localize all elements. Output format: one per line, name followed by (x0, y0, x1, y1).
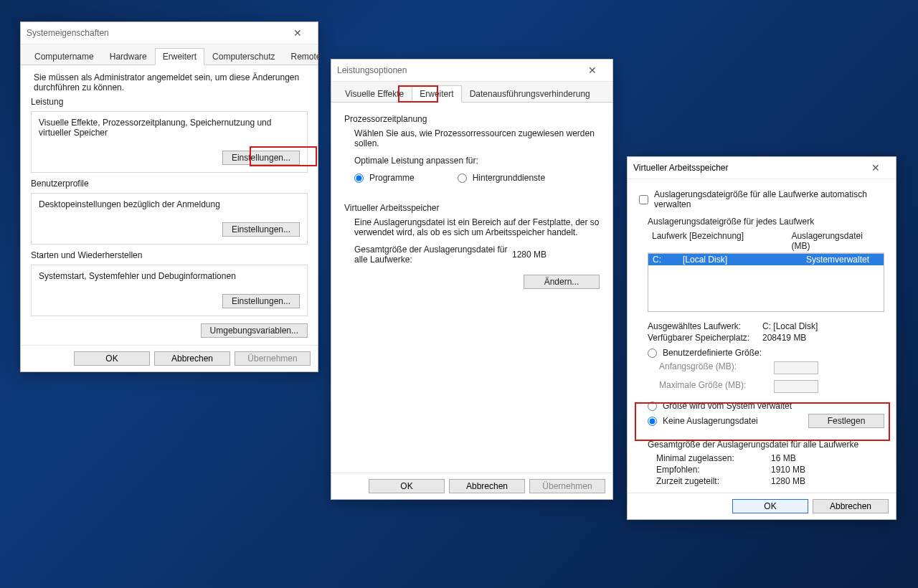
benutzerprofile-title: Benutzerprofile (31, 179, 308, 189)
cancel-button[interactable]: Abbrechen (154, 351, 230, 366)
leistung-group: Visuelle Effekte, Prozessorzeitplanung, … (31, 111, 308, 173)
close-icon[interactable]: ✕ (283, 22, 312, 44)
min-allowed-value: 16 MB (771, 453, 796, 463)
tab-computerschutz[interactable]: Computerschutz (204, 48, 283, 65)
starten-title: Starten und Wiederherstellen (31, 250, 308, 260)
max-size-input[interactable] (774, 380, 818, 393)
auto-manage-checkbox[interactable]: Auslagerungsdateigröße für alle Laufwerk… (639, 189, 884, 209)
tab-visuelle-effekte[interactable]: Visuelle Effekte (337, 85, 412, 102)
cancel-button[interactable]: Abbrechen (813, 499, 889, 513)
selected-drive-label: Ausgewähltes Laufwerk: (648, 321, 762, 331)
proc-desc: Wählen Sie aus, wie Prozessorressourcen … (354, 128, 600, 148)
apply-button[interactable]: Übernehmen (235, 351, 311, 366)
window-title: Leistungsoptionen (337, 60, 407, 81)
radio-custom-input[interactable] (648, 348, 657, 358)
vm-desc: Eine Auslagerungsdatei ist ein Bereich a… (354, 217, 600, 237)
radio-programme[interactable]: Programme (354, 173, 415, 183)
benutzerprofile-group: Desktopeinstellungen bezüglich der Anmel… (31, 193, 308, 245)
ok-button[interactable]: OK (74, 351, 150, 366)
vm-title: Virtueller Arbeitsspeicher (344, 203, 600, 213)
tab-dep[interactable]: Datenausführungsverhinderung (462, 85, 598, 102)
totals-title: Gesamtgröße der Auslagerungsdatei für al… (648, 440, 884, 450)
radio-custom-size[interactable]: Benutzerdefinierte Größe: (648, 348, 884, 358)
tab-remote[interactable]: Remote (283, 48, 328, 65)
window-title: Virtueller Arbeitsspeicher (633, 157, 729, 179)
window-title: Systemeigenschaften (27, 22, 109, 44)
admin-note: Sie müssen als Administrator angemeldet … (34, 72, 308, 93)
recommended-label: Empfohlen: (656, 465, 771, 475)
min-allowed-label: Minimal zugelassen: (656, 453, 771, 463)
drive-row-c[interactable]: C: [Local Disk] Systemverwaltet (648, 254, 884, 265)
titlebar: Virtueller Arbeitsspeicher ✕ (628, 157, 896, 179)
current-value: 1280 MB (771, 476, 805, 486)
free-space-value: 208419 MB (762, 333, 806, 343)
radio-sysmgd-input[interactable] (648, 402, 657, 411)
benutzerprofile-desc: Desktopeinstellungen bezüglich der Anmel… (39, 199, 300, 209)
leistung-title: Leistung (31, 97, 308, 107)
recommended-value: 1910 MB (771, 465, 805, 475)
tabs: Visuelle Effekte Erweitert Datenausführu… (331, 82, 612, 103)
tabs: Computername Hardware Erweitert Computer… (21, 44, 318, 65)
radio-no-pagefile[interactable]: Keine Auslagerungsdatei (648, 416, 758, 426)
radio-hintergrund-input[interactable] (458, 174, 467, 183)
vm-change-button[interactable]: Ändern... (524, 275, 600, 289)
starten-settings-button[interactable]: Einstellungen... (222, 294, 300, 308)
set-button[interactable]: Festlegen (808, 414, 884, 428)
ok-button[interactable]: OK (732, 499, 808, 513)
initial-size-input[interactable] (774, 361, 818, 374)
leistung-desc: Visuelle Effekte, Prozessorzeitplanung, … (39, 118, 300, 138)
radio-programme-input[interactable] (354, 174, 364, 183)
per-drive-label: Auslagerungsdateigröße für jedes Laufwer… (648, 217, 884, 227)
leistung-settings-button[interactable]: Einstellungen... (222, 151, 300, 165)
current-label: Zurzeit zugeteilt: (656, 476, 771, 486)
radio-hintergrund[interactable]: Hintergrunddienste (458, 173, 545, 183)
drive-list-header: Laufwerk [Bezeichnung] Auslagerungsdatei… (648, 229, 884, 253)
benutzerprofile-settings-button[interactable]: Einstellungen... (222, 222, 300, 237)
tab-computername[interactable]: Computername (27, 48, 102, 65)
radio-nopf-input[interactable] (648, 417, 657, 426)
tab-erweitert[interactable]: Erweitert (412, 85, 461, 103)
free-space-label: Verfügbarer Speicherplatz: (648, 333, 762, 343)
cancel-button[interactable]: Abbrechen (449, 479, 525, 493)
selected-drive-value: C: [Local Disk] (762, 321, 818, 331)
proc-title: Prozessorzeitplanung (344, 114, 600, 124)
auto-manage-input[interactable] (639, 195, 648, 204)
close-icon[interactable]: ✕ (578, 60, 607, 81)
ok-button[interactable]: OK (369, 479, 445, 493)
tab-hardware[interactable]: Hardware (102, 48, 155, 65)
system-properties-window: Systemeigenschaften ✕ Computername Hardw… (20, 22, 318, 372)
max-size-label: Maximale Größe (MB): (659, 380, 774, 393)
tab-erweitert[interactable]: Erweitert (155, 48, 204, 65)
close-icon[interactable]: ✕ (861, 157, 890, 179)
proc-optlabel: Optimale Leistung anpassen für: (354, 156, 600, 166)
titlebar: Systemeigenschaften ✕ (21, 22, 318, 44)
titlebar: Leistungsoptionen ✕ (331, 60, 612, 82)
initial-size-label: Anfangsgröße (MB): (659, 361, 774, 374)
virtual-memory-window: Virtueller Arbeitsspeicher ✕ Auslagerung… (627, 156, 896, 520)
drive-list[interactable]: C: [Local Disk] Systemverwaltet (648, 253, 884, 312)
starten-desc: Systemstart, Systemfehler und Debuginfor… (39, 271, 300, 281)
vm-total-label: Gesamtgröße der Auslagerungsdatei für al… (354, 245, 512, 265)
radio-system-managed[interactable]: Größe wird vom System verwaltet (648, 401, 884, 411)
starten-group: Systemstart, Systemfehler und Debuginfor… (31, 265, 308, 316)
env-variables-button[interactable]: Umgebungsvariablen... (201, 323, 308, 338)
apply-button[interactable]: Übernehmen (529, 479, 605, 493)
vm-total-value: 1280 MB (512, 250, 546, 260)
performance-options-window: Leistungsoptionen ✕ Visuelle Effekte Erw… (331, 59, 613, 500)
